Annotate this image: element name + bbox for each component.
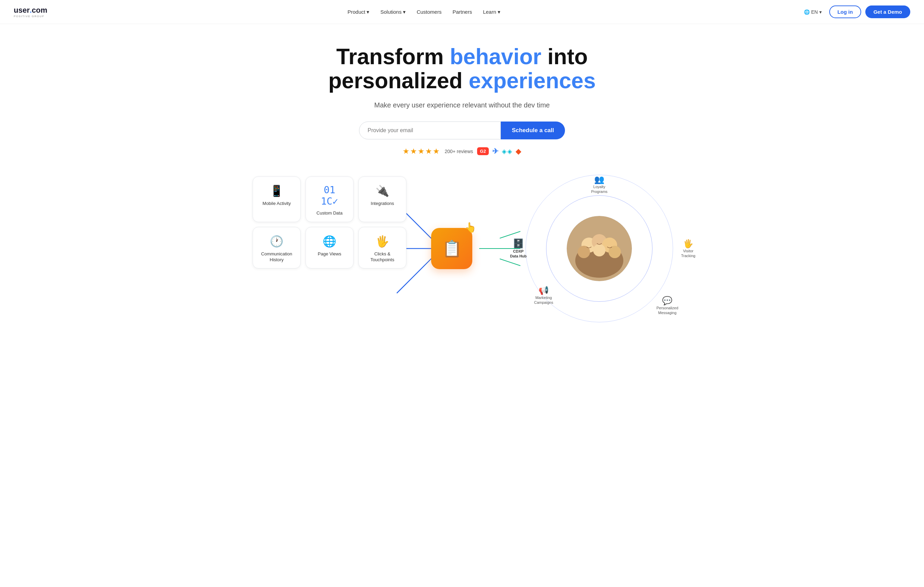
cdxp-label: CDXPData Hub [510,249,526,259]
hero-title: Transform behavior into personalized exp… [314,45,610,93]
hero-subtitle: Make every user experience relevant with… [314,101,610,109]
navigation: user . com POSITIVE GROUP Product ▾ Solu… [0,0,924,24]
custom-data-card[interactable]: 011C✓ Custom Data [305,176,353,222]
marketing-item: 📢 MarketingCampaigns [534,285,553,305]
page-views-icon: 🌐 [311,235,348,248]
nav-partners[interactable]: Partners [452,9,472,15]
chevron-down-icon: ▾ [403,9,406,15]
language-selector[interactable]: 🌐 EN ▾ [800,7,825,17]
people-photo [567,216,632,281]
hero-section: Transform behavior into personalized exp… [307,24,617,156]
visitor-icon: 🖐️ [681,239,695,248]
chevron-down-icon: ▾ [819,9,822,15]
reviews-count: 200+ reviews [444,148,473,154]
nav-solutions[interactable]: Solutions ▾ [380,9,406,15]
messaging-icon: 💬 [656,296,678,305]
star-rating: ★★★★★ [403,147,441,156]
nav-product[interactable]: Product ▾ [348,9,370,15]
loyalty-item: 👥 LoyaltyPrograms [591,175,607,194]
hero-reviews: ★★★★★ 200+ reviews G2 ✈ ◈ ◈ ◆ [314,147,610,156]
mobile-icon: 📱 [259,184,295,197]
loyalty-icon: 👥 [591,175,607,184]
cdxp-item: 🗄️ CDXPData Hub [510,238,526,259]
left-cards: 📱 Mobile Activity 011C✓ Custom Data 🔌 In… [252,176,406,269]
visitor-tracking-item: 🖐️ VisitorTracking [681,239,695,258]
mobile-activity-card[interactable]: 📱 Mobile Activity [252,176,301,222]
custom-data-label: Custom Data [311,210,348,216]
communication-history-card[interactable]: 🕐 Communication History [252,227,301,269]
page-views-card[interactable]: 🌐 Page Views [305,227,353,269]
communication-label: Communication History [259,251,295,263]
hub-icon: 📋 [442,239,462,258]
marketing-label: MarketingCampaigns [534,295,553,305]
loyalty-label: LoyaltyPrograms [591,184,607,194]
svg-point-8 [593,244,606,256]
right-orbit-diagram: 🗄️ CDXPData Hub 👥 LoyaltyPrograms 🖐️ Vis… [513,171,685,326]
chevron-down-icon: ▾ [366,9,369,15]
cdxp-icon: 🗄️ [510,238,526,249]
marketing-icon: 📢 [534,285,553,295]
nav-links: Product ▾ Solutions ▾ Customers Partners… [348,9,500,15]
clicks-icon: 🖐️ [364,235,401,248]
center-photo [567,216,632,281]
hero-form: Schedule a call [359,122,565,139]
page-views-label: Page Views [311,251,348,257]
messaging-label: PersonalizedMessaging [656,305,678,315]
logo-tagline: POSITIVE GROUP [14,15,47,18]
g2-badge: G2 [477,147,488,155]
logo-text: user [14,6,30,15]
logo[interactable]: user . com POSITIVE GROUP [14,6,47,18]
visitor-label: VisitorTracking [681,248,695,258]
integrations-card[interactable]: 🔌 Integrations [358,176,406,222]
communication-icon: 🕐 [259,235,295,248]
sendbird-badge: ✈ [492,147,498,156]
diagram-section: 📱 Mobile Activity 011C✓ Custom Data 🔌 In… [0,170,924,348]
nav-right: 🌐 EN ▾ Log in Get a Demo [800,5,910,18]
schedule-call-button[interactable]: Schedule a call [501,122,565,139]
review-badges: G2 ✈ ◈ ◈ ◆ [477,147,521,156]
integrations-icon: 🔌 [364,184,401,197]
clicks-touchpoints-card[interactable]: 🖐️ Clicks & Touchpoints [358,227,406,269]
email-input[interactable] [359,122,501,139]
agile-badge: ◈ ◈ [502,148,512,155]
globe-icon: 🌐 [804,9,810,15]
custom-data-icon: 011C✓ [311,184,348,207]
chevron-down-icon: ▾ [498,9,500,15]
integrations-label: Integrations [364,201,401,207]
hub-box: 📋 👆 [431,228,472,269]
nav-learn[interactable]: Learn ▾ [483,9,500,15]
get-demo-button[interactable]: Get a Demo [865,5,910,18]
nav-customers[interactable]: Customers [417,9,442,15]
login-button[interactable]: Log in [829,5,861,18]
clicks-label: Clicks & Touchpoints [364,251,401,263]
personalized-messaging-item: 💬 PersonalizedMessaging [656,296,678,315]
mobile-label: Mobile Activity [259,201,295,207]
git-badge: ◆ [516,147,521,156]
cursor-icon: 👆 [464,222,477,233]
